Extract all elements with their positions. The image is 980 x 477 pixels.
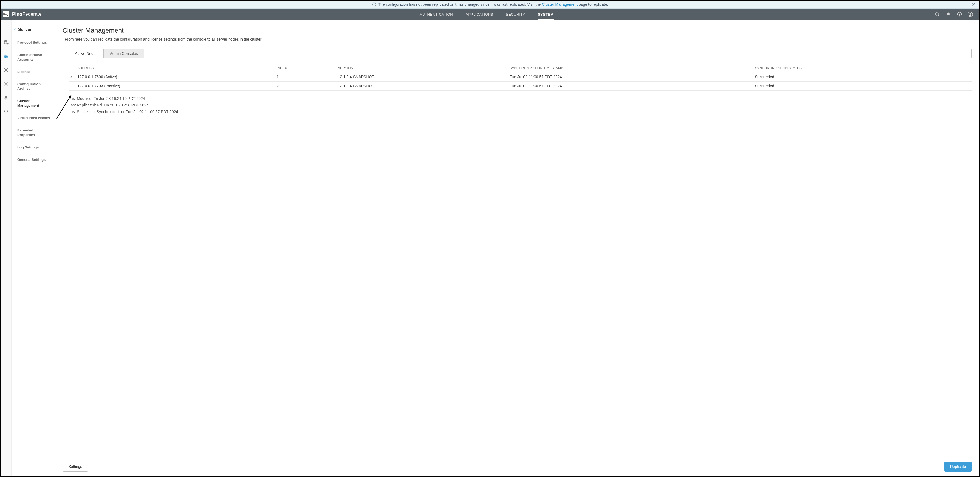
sidebar: Server Protocol Settings Administrative …: [11, 20, 55, 477]
col-sync-timestamp: SYNCHRONIZATION TIMESTAMP: [510, 64, 755, 72]
sidebar-item-configuration-archive[interactable]: Configuration Archive: [11, 78, 55, 95]
expand-row-icon[interactable]: >: [70, 75, 72, 79]
code-icon[interactable]: [3, 108, 9, 114]
brand: Ping PingFederate: [3, 11, 41, 17]
col-index: INDEX: [277, 64, 338, 72]
meta-block: Last Modified: Fri Jun 28 16:24:10 PDT 2…: [68, 96, 972, 115]
info-icon: [372, 2, 376, 6]
svg-line-4: [938, 15, 939, 16]
col-address: ADDRESS: [77, 64, 277, 72]
svg-rect-16: [5, 57, 6, 57]
svg-point-8: [970, 13, 971, 14]
tab-admin-consoles[interactable]: Admin Consoles: [103, 49, 144, 58]
sliders-icon[interactable]: [3, 54, 9, 59]
page-title: Cluster Management: [62, 27, 972, 34]
nav-security[interactable]: SECURITY: [506, 9, 525, 20]
cell-sync-status: Succeeded: [755, 81, 972, 91]
svg-point-3: [935, 13, 939, 16]
sidebar-item-administrative-accounts[interactable]: Administrative Accounts: [11, 49, 55, 66]
cell-sync-status: Succeeded: [755, 72, 972, 81]
app-header: Ping PingFederate AUTHENTICATION APPLICA…: [0, 8, 980, 20]
svg-rect-14: [5, 55, 5, 56]
bell-icon[interactable]: [943, 8, 954, 20]
notification-link[interactable]: Cluster Management: [542, 2, 578, 6]
svg-rect-15: [6, 56, 7, 57]
sidebar-item-protocol-settings[interactable]: Protocol Settings: [11, 37, 55, 49]
gear-icon[interactable]: [3, 67, 9, 73]
tab-active-nodes[interactable]: Active Nodes: [69, 49, 103, 58]
svg-point-2: [374, 3, 374, 4]
last-modified: Last Modified: Fri Jun 28 16:24:10 PDT 2…: [68, 96, 972, 102]
content-area: Cluster Management From here you can rep…: [55, 20, 980, 477]
svg-point-20: [6, 83, 6, 84]
chevron-left-icon: [14, 27, 16, 32]
settings-button[interactable]: Settings: [62, 462, 88, 472]
page-description: From here you can replicate the configur…: [65, 37, 972, 41]
cell-index: 2: [277, 81, 338, 91]
user-icon[interactable]: [965, 8, 975, 20]
sidebar-item-cluster-management[interactable]: Cluster Management: [11, 95, 55, 112]
xy-axes-icon[interactable]: [3, 81, 9, 86]
sidebar-back[interactable]: Server: [11, 26, 55, 37]
nav-authentication[interactable]: AUTHENTICATION: [420, 9, 453, 20]
nav-applications[interactable]: APPLICATIONS: [466, 9, 493, 20]
icon-rail: [0, 20, 11, 477]
svg-point-6: [959, 15, 959, 16]
last-replicated: Last Replicated: Fri Jun 28 15:35:56 PDT…: [68, 102, 972, 108]
notification-text: The configuration has not been replicate…: [378, 2, 608, 6]
search-icon[interactable]: [932, 8, 943, 20]
sidebar-item-log-settings[interactable]: Log Settings: [11, 141, 55, 154]
cell-address: 127.0.0.1:7703 (Passive): [77, 81, 277, 91]
brand-logo: Ping: [3, 11, 9, 17]
table-row: 127.0.0.1:7703 (Passive) 2 12.1.0.4-SNAP…: [68, 81, 972, 91]
sidebar-item-virtual-host-names[interactable]: Virtual Host Names: [11, 112, 55, 124]
cell-sync-ts: Tue Jul 02 11:00:57 PDT 2024: [510, 81, 755, 91]
help-icon[interactable]: [954, 8, 965, 20]
database-icon[interactable]: [3, 40, 9, 45]
cell-index: 1: [277, 72, 338, 81]
sidebar-item-general-settings[interactable]: General Settings: [11, 154, 55, 166]
svg-point-9: [4, 41, 7, 42]
col-sync-status: SYNCHRONIZATION STATUS: [755, 64, 972, 72]
sidebar-item-extended-properties[interactable]: Extended Properties: [11, 124, 55, 141]
sidebar-item-license[interactable]: License: [11, 66, 55, 78]
close-icon[interactable]: ✕: [972, 2, 975, 7]
bell-rail-icon[interactable]: [3, 95, 9, 100]
cell-sync-ts: Tue Jul 02 11:00:57 PDT 2024: [510, 72, 755, 81]
last-sync: Last Successful Synchronization: Tue Jul…: [68, 108, 972, 115]
brand-name: PingFederate: [12, 11, 41, 17]
sidebar-title: Server: [18, 27, 32, 32]
view-tabs: Active Nodes Admin Consoles: [68, 49, 972, 59]
notification-bar: The configuration has not been replicate…: [0, 0, 980, 8]
replicate-button[interactable]: Replicate: [944, 462, 972, 472]
col-version: VERSION: [338, 64, 510, 72]
table-row: > 127.0.0.1:7600 (Active) 1 12.1.0.4-SNA…: [68, 72, 972, 81]
cell-address: 127.0.0.1:7600 (Active): [77, 72, 277, 81]
nav-system[interactable]: SYSTEM: [538, 9, 554, 20]
svg-point-17: [5, 69, 6, 71]
cell-version: 12.1.0.4-SNAPSHOT: [338, 72, 510, 81]
cell-version: 12.1.0.4-SNAPSHOT: [338, 81, 510, 91]
top-nav: AUTHENTICATION APPLICATIONS SECURITY SYS…: [41, 9, 932, 20]
nodes-table: ADDRESS INDEX VERSION SYNCHRONIZATION TI…: [68, 64, 972, 91]
